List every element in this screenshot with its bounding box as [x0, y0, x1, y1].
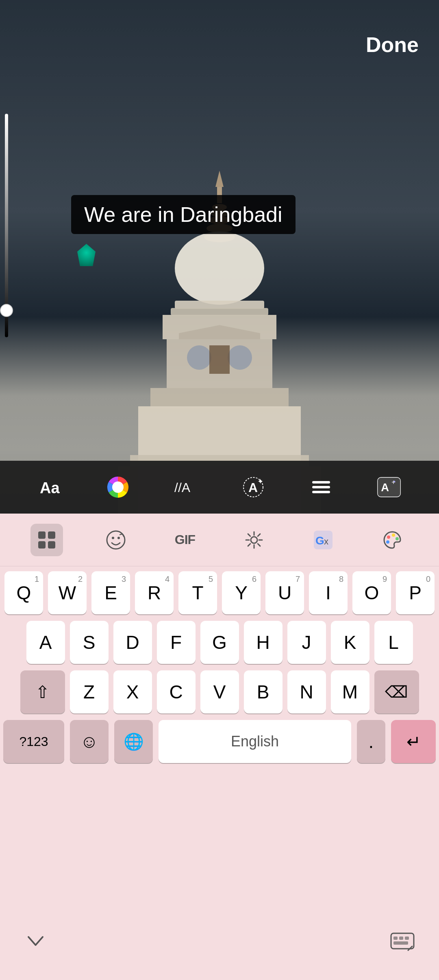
key-a[interactable]: A	[26, 621, 65, 664]
svg-rect-28	[312, 486, 330, 488]
svg-text:G: G	[315, 534, 324, 547]
translate-button[interactable]: G x	[307, 524, 339, 556]
svg-text:A: A	[381, 481, 389, 494]
key-z[interactable]: Z	[70, 670, 109, 713]
key-e[interactable]: E3	[91, 571, 130, 614]
done-button[interactable]: Done	[366, 33, 419, 57]
text-bg-button[interactable]: A ✦	[241, 475, 265, 499]
key-q[interactable]: Q1	[4, 571, 43, 614]
key-n[interactable]: N	[287, 670, 326, 713]
align-button[interactable]	[309, 475, 333, 499]
space-key[interactable]: English	[159, 720, 351, 763]
svg-rect-52	[405, 937, 409, 940]
svg-rect-9	[171, 308, 268, 315]
key-j[interactable]: J	[287, 621, 326, 664]
svg-point-22	[112, 481, 124, 493]
svg-rect-34	[38, 531, 46, 539]
text-toolbar: Aa //A A ✦	[0, 461, 439, 514]
keys-area: Q1 W2 E3 R4 T5 Y6 U7 I8 O9 P0 A S D F G …	[0, 566, 439, 763]
settings-button[interactable]	[238, 524, 270, 556]
sticker-button[interactable]	[100, 524, 132, 556]
key-p[interactable]: P0	[396, 571, 435, 614]
color-wheel-button[interactable]	[106, 475, 130, 499]
key-c[interactable]: C	[157, 670, 196, 713]
text-overlay[interactable]: We are in Daringbadi	[71, 195, 296, 234]
keyboard-row-1: Q1 W2 E3 R4 T5 Y6 U7 I8 O9 P0	[3, 571, 436, 614]
color-slider[interactable]	[5, 114, 8, 337]
period-key[interactable]: .	[357, 720, 385, 763]
key-d[interactable]: D	[113, 621, 152, 664]
key-g[interactable]: G	[200, 621, 239, 664]
hide-keyboard-button[interactable]	[24, 931, 47, 956]
svg-point-46	[392, 533, 395, 537]
font-button[interactable]: Aa	[38, 475, 62, 499]
svg-rect-15	[150, 388, 289, 408]
key-f[interactable]: F	[157, 621, 196, 664]
svg-marker-0	[215, 171, 224, 187]
svg-point-12	[187, 345, 211, 370]
svg-point-7	[175, 232, 264, 305]
svg-rect-8	[175, 301, 264, 309]
shift-key[interactable]: ⇧	[20, 670, 65, 713]
key-m[interactable]: M	[331, 670, 369, 713]
key-o[interactable]: O9	[352, 571, 391, 614]
key-y[interactable]: Y6	[222, 571, 261, 614]
style-button[interactable]: //A	[174, 475, 198, 499]
emoji-tool-row: GIF G x	[0, 514, 439, 566]
key-i[interactable]: I8	[309, 571, 348, 614]
svg-point-39	[112, 537, 114, 539]
svg-rect-50	[393, 937, 398, 940]
apps-button[interactable]	[30, 524, 63, 556]
photo-background: Done We are in Daringbadi	[0, 0, 439, 528]
ai-text-button[interactable]: A + ✦	[377, 475, 401, 499]
key-x[interactable]: X	[113, 670, 152, 713]
color-slider-handle[interactable]	[0, 304, 13, 317]
svg-point-45	[387, 536, 390, 539]
keyboard-row-4: ?123 ☺ 🌐 English . ↵	[3, 720, 436, 763]
gif-button[interactable]: GIF	[169, 524, 201, 556]
svg-text:✦: ✦	[257, 477, 263, 486]
keyboard-row-2: A S D F G H J K L	[3, 621, 436, 664]
backspace-key[interactable]: ⌫	[374, 670, 419, 713]
svg-text:x: x	[324, 536, 328, 546]
svg-point-41	[251, 537, 257, 543]
key-k[interactable]: K	[331, 621, 369, 664]
key-r[interactable]: R4	[135, 571, 174, 614]
svg-point-47	[396, 537, 399, 540]
svg-point-13	[228, 345, 252, 370]
svg-text:Aa: Aa	[40, 479, 60, 497]
numbers-key[interactable]: ?123	[3, 720, 64, 763]
svg-text://A: //A	[174, 480, 191, 495]
bottom-bar	[0, 927, 439, 960]
key-s[interactable]: S	[70, 621, 109, 664]
enter-key[interactable]: ↵	[391, 720, 436, 763]
key-b[interactable]: B	[244, 670, 283, 713]
key-t[interactable]: T5	[178, 571, 217, 614]
key-v[interactable]: V	[200, 670, 239, 713]
svg-point-48	[386, 540, 389, 544]
globe-key[interactable]: 🌐	[114, 720, 153, 763]
svg-rect-53	[393, 941, 408, 945]
key-w[interactable]: W2	[48, 571, 87, 614]
svg-rect-29	[312, 491, 330, 493]
theme-button[interactable]	[376, 524, 409, 556]
svg-rect-27	[312, 481, 330, 483]
svg-rect-35	[48, 531, 55, 539]
keyboard-row-3: ⇧ Z X C V B N M ⌫	[3, 670, 436, 713]
svg-rect-51	[399, 937, 403, 940]
key-u[interactable]: U7	[265, 571, 304, 614]
key-l[interactable]: L	[374, 621, 413, 664]
keyboard-type-button[interactable]	[390, 931, 415, 956]
svg-text:A: A	[248, 480, 258, 495]
svg-rect-49	[391, 933, 414, 949]
svg-rect-14	[209, 345, 230, 374]
svg-text:✦: ✦	[392, 479, 396, 484]
keyboard-area: GIF G x	[0, 514, 439, 980]
key-h[interactable]: H	[244, 621, 283, 664]
svg-rect-37	[48, 541, 55, 549]
svg-rect-36	[38, 541, 46, 549]
svg-point-40	[117, 537, 120, 539]
emoji-key[interactable]: ☺	[70, 720, 109, 763]
